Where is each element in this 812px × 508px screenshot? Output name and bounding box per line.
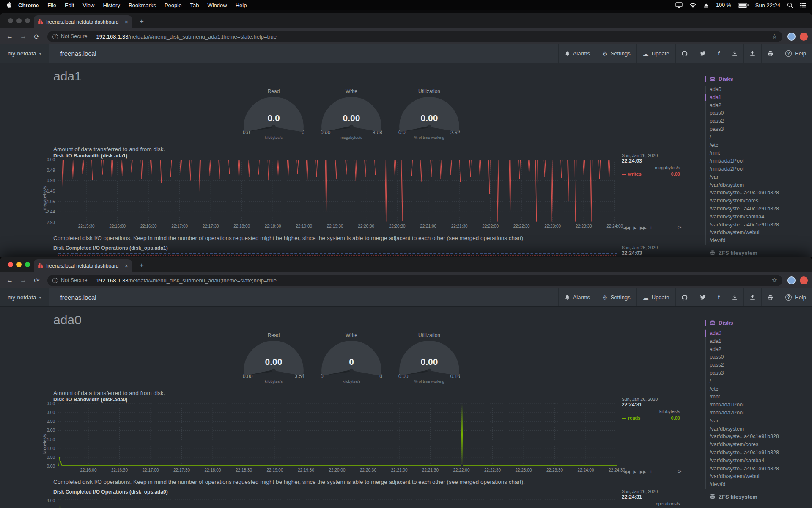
settings-button[interactable]: ⚙ Settings <box>596 288 636 306</box>
address-bar[interactable]: i Not Secure 192.168.1.33 /netdata/#menu… <box>47 31 782 42</box>
close-window-button[interactable] <box>8 262 13 267</box>
chart-plot[interactable] <box>58 495 617 508</box>
menu-item-help[interactable]: Help <box>231 2 251 8</box>
chart-reset-button[interactable]: ⟳ <box>678 225 682 231</box>
gauge-read[interactable]: Read 0.00 0.003.54 kilobytes/s <box>242 332 305 384</box>
sidebar-item--var-db-system[interactable]: /var/db/system <box>710 181 807 189</box>
new-tab-button[interactable]: + <box>136 260 147 271</box>
chart-reset-button[interactable]: ⟳ <box>678 469 682 475</box>
import-button[interactable] <box>726 44 743 63</box>
sidebar-item-ada0[interactable]: ada0 <box>710 86 807 94</box>
zoom-out-button[interactable]: − <box>656 226 658 230</box>
menu-item-edit[interactable]: Edit <box>60 2 78 8</box>
bookmark-star-icon[interactable]: ☆ <box>772 33 777 40</box>
browser-tab[interactable]: freenas.local netdata dashboard × <box>34 15 132 28</box>
sidebar-item-ada1[interactable]: ada1 <box>710 337 807 345</box>
chart-plot[interactable] <box>58 160 617 222</box>
back-button[interactable]: ← <box>4 275 15 286</box>
legend-series[interactable]: reads 0.00 <box>622 415 680 420</box>
sidebar-section-disks[interactable]: Disks <box>705 76 807 82</box>
sidebar-section-zfs[interactable]: ZFS filesystem <box>705 250 807 256</box>
sidebar-item--dev-fd[interactable]: /dev/fd <box>710 480 807 489</box>
print-button[interactable] <box>761 44 779 63</box>
sidebar-item--var-db-syste-a40c1e91b328[interactable]: /var/db/syste...a40c1e91b328 <box>710 465 807 473</box>
pan-backward-button[interactable]: ◀◀ <box>623 469 630 474</box>
pan-forward-button[interactable]: ▶▶ <box>640 226 646 230</box>
menu-item-file[interactable]: File <box>43 2 60 8</box>
my-netdata-menu[interactable]: my-netdata ▾ <box>0 288 49 306</box>
sidebar-item--var-db-system-webui[interactable]: /var/db/system/webui <box>710 472 807 480</box>
sidebar-item-pass0[interactable]: pass0 <box>710 109 807 117</box>
pan-backward-button[interactable]: ◀◀ <box>623 226 630 230</box>
alarms-button[interactable]: Alarms <box>558 44 596 63</box>
sidebar-item--etc[interactable]: /etc <box>710 385 807 393</box>
zoom-in-button[interactable]: + <box>650 469 652 474</box>
page-info-icon[interactable]: i <box>52 34 58 39</box>
bookmark-star-icon[interactable]: ☆ <box>772 276 777 284</box>
sidebar-item--mnt-ada2pool[interactable]: /mnt/ada2Pool <box>710 409 807 417</box>
sidebar-item--var-db-syste-a40c1e91b328[interactable]: /var/db/syste...a40c1e91b328 <box>710 221 807 229</box>
reload-button[interactable]: ⟳ <box>31 275 42 286</box>
notification-center-icon[interactable] <box>800 3 806 8</box>
extension-icon[interactable] <box>787 33 796 41</box>
new-tab-button[interactable]: + <box>136 16 147 27</box>
sidebar-item--var-db-syste-a40c1e91b328[interactable]: /var/db/syste...a40c1e91b328 <box>710 189 807 197</box>
my-netdata-menu[interactable]: my-netdata ▾ <box>0 44 49 63</box>
sidebar-item--[interactable]: / <box>710 377 807 385</box>
sidebar-item-ada1[interactable]: ada1 <box>710 94 807 102</box>
legend-series[interactable]: writes 0.00 <box>622 171 680 177</box>
sidebar-item--var-db-system-cores[interactable]: /var/db/system/cores <box>710 441 807 449</box>
screen-mirroring-icon[interactable] <box>675 2 683 8</box>
sidebar-item--var-db-system-cores[interactable]: /var/db/system/cores <box>710 197 807 205</box>
sidebar-item--var[interactable]: /var <box>710 417 807 425</box>
sidebar-item-pass3[interactable]: pass3 <box>710 369 807 377</box>
profile-avatar[interactable] <box>800 276 808 284</box>
menu-item-bookmarks[interactable]: Bookmarks <box>124 2 160 8</box>
sidebar-item--var-db-syste-a40c1e91b328[interactable]: /var/db/syste...a40c1e91b328 <box>710 205 807 213</box>
menu-item-history[interactable]: History <box>99 2 124 8</box>
twitter-button[interactable] <box>694 288 712 306</box>
twitter-button[interactable] <box>694 44 712 63</box>
update-button[interactable]: ☁ Update <box>636 288 675 306</box>
sidebar-item--dev-fd[interactable]: /dev/fd <box>710 237 807 245</box>
sidebar-item--var-db-system-samba4[interactable]: /var/db/system/samba4 <box>710 457 807 465</box>
wifi-icon[interactable] <box>689 3 697 8</box>
alarms-button[interactable]: Alarms <box>558 288 596 306</box>
menu-item-view[interactable]: View <box>78 2 99 8</box>
forward-button[interactable]: → <box>18 31 29 42</box>
facebook-button[interactable]: f <box>712 288 726 306</box>
extension-icon[interactable] <box>787 276 796 284</box>
print-button[interactable] <box>761 288 779 306</box>
menu-bar-clock[interactable]: Sun 22:24 <box>755 2 780 8</box>
chart-plot[interactable] <box>58 403 617 466</box>
menu-item-window[interactable]: Window <box>203 2 231 8</box>
minimize-window-button[interactable] <box>16 18 22 23</box>
facebook-button[interactable]: f <box>712 44 726 63</box>
help-button[interactable]: ? Help <box>779 44 812 63</box>
eject-icon[interactable] <box>703 3 709 8</box>
back-button[interactable]: ← <box>4 31 15 42</box>
sidebar-item-pass0[interactable]: pass0 <box>710 353 807 361</box>
sidebar-item--var-db-system[interactable]: /var/db/system <box>710 425 807 433</box>
battery-percentage[interactable]: 100 % <box>716 2 731 8</box>
reload-button[interactable]: ⟳ <box>31 31 42 42</box>
zoom-in-button[interactable]: + <box>650 226 652 230</box>
play-button[interactable]: ▶ <box>633 469 636 474</box>
chart-plot[interactable] <box>58 251 617 257</box>
help-button[interactable]: ? Help <box>779 288 812 306</box>
update-button[interactable]: ☁ Update <box>636 44 675 63</box>
gauge-write[interactable]: Write 0.00 0.003.08 megabytes/s <box>320 88 383 140</box>
zoom-window-button[interactable] <box>25 262 30 267</box>
sidebar-item-ada0[interactable]: ada0 <box>710 329 807 337</box>
menu-item-tab[interactable]: Tab <box>186 2 203 8</box>
page-info-icon[interactable]: i <box>52 278 58 283</box>
sidebar-section-disks[interactable]: Disks <box>705 320 807 326</box>
import-button[interactable] <box>726 288 743 306</box>
forward-button[interactable]: → <box>18 275 29 286</box>
github-button[interactable] <box>675 44 694 63</box>
sidebar-item--mnt[interactable]: /mnt <box>710 149 807 157</box>
close-window-button[interactable] <box>8 18 13 23</box>
sidebar-item--mnt-ada2pool[interactable]: /mnt/ada2Pool <box>710 165 807 173</box>
sidebar-item-pass2[interactable]: pass2 <box>710 117 807 125</box>
github-button[interactable] <box>675 288 694 306</box>
